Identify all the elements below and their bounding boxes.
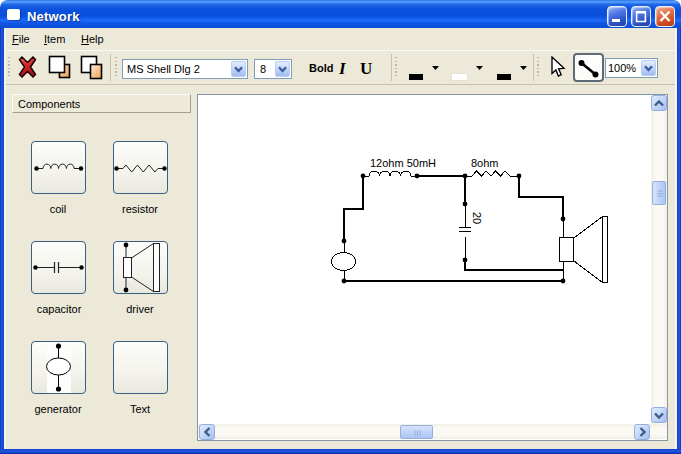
- svg-text:20: 20: [471, 212, 483, 224]
- svg-text:12ohm 50mH: 12ohm 50mH: [370, 157, 436, 169]
- svg-text:8ohm: 8ohm: [471, 157, 499, 169]
